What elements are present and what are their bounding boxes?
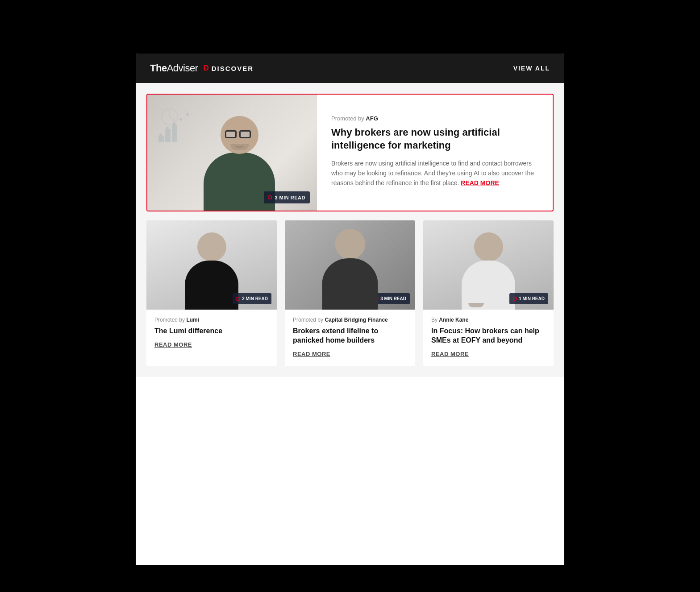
featured-promoted-by: Promoted by AFG — [331, 115, 538, 122]
svg-rect-7 — [172, 124, 177, 142]
bg-chart-icon — [156, 108, 210, 144]
card-annie-title: In Focus: How brokers can help SMEs at E… — [431, 327, 546, 345]
read-time-badge: D 3 MIN READ — [264, 191, 310, 203]
featured-card[interactable]: D 3 MIN READ Promoted by AFG Why brokers… — [146, 94, 554, 211]
svg-point-4 — [186, 113, 189, 116]
svg-rect-6 — [165, 129, 171, 142]
card-annie-read-more[interactable]: READ MORE — [431, 351, 546, 357]
card-capital-read-more[interactable]: READ MORE — [293, 351, 407, 357]
card-lumi-badge: D 2 MIN READ — [233, 293, 271, 304]
card-lumi-image: D 2 MIN READ — [146, 220, 277, 310]
main-container: TheAdviser D DISCOVER VIEW ALL — [136, 54, 564, 565]
header: TheAdviser D DISCOVER VIEW ALL — [136, 54, 564, 83]
badge-d-icon: D — [236, 295, 240, 302]
card-annie-image: D 1 MIN READ — [423, 220, 554, 310]
card-capital[interactable]: D 3 MIN READ Promoted by Capital Bridgin… — [285, 220, 415, 366]
featured-read-more-link[interactable]: READ MORE — [461, 179, 499, 186]
card-annie-promoted: By Annie Kane — [431, 317, 546, 323]
card-lumi-title: The Lumi difference — [154, 327, 269, 336]
svg-point-3 — [179, 118, 182, 120]
logo-area: TheAdviser D DISCOVER — [150, 62, 254, 74]
featured-article-title: Why brokers are now using artificial int… — [331, 126, 538, 152]
badge-d-icon: D — [268, 194, 273, 201]
card-annie-badge: D 1 MIN READ — [509, 293, 548, 304]
svg-rect-5 — [158, 136, 164, 142]
card-lumi[interactable]: D 2 MIN READ Promoted by Lumi The Lumi d… — [146, 220, 277, 366]
featured-image: D 3 MIN READ — [147, 95, 317, 211]
card-capital-image: D 3 MIN READ — [285, 220, 415, 310]
discover-label: D DISCOVER — [203, 64, 254, 73]
card-lumi-promoted: Promoted by Lumi — [154, 317, 269, 323]
site-logo: TheAdviser — [150, 62, 198, 74]
discover-d-icon: D — [203, 64, 209, 73]
card-lumi-person — [185, 232, 238, 310]
card-capital-person — [322, 229, 378, 310]
featured-article-excerpt: Brokers are now using artificial intelli… — [331, 158, 538, 188]
card-lumi-read-more[interactable]: READ MORE — [154, 341, 269, 348]
card-annie[interactable]: D 1 MIN READ By Annie Kane In Focus: How… — [423, 220, 554, 366]
card-capital-promoted: Promoted by Capital Bridging Finance — [293, 317, 407, 323]
cards-grid: D 2 MIN READ Promoted by Lumi The Lumi d… — [146, 220, 554, 366]
card-capital-body: Promoted by Capital Bridging Finance Bro… — [285, 310, 415, 366]
card-capital-title: Brokers extend lifeline to panicked home… — [293, 327, 407, 345]
badge-d-icon: D — [513, 295, 517, 302]
card-annie-person — [462, 232, 515, 310]
view-all-button[interactable]: VIEW ALL — [513, 65, 550, 72]
featured-content: Promoted by AFG Why brokers are now usin… — [317, 95, 553, 211]
card-annie-body: By Annie Kane In Focus: How brokers can … — [423, 310, 554, 366]
content-area: D 3 MIN READ Promoted by AFG Why brokers… — [136, 83, 564, 377]
card-lumi-body: Promoted by Lumi The Lumi difference REA… — [146, 310, 277, 357]
